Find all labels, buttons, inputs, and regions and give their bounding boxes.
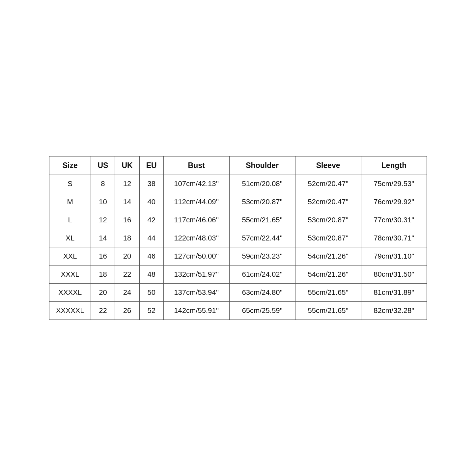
cell-uk: 20 <box>115 247 139 266</box>
cell-size: XXXL <box>49 266 91 284</box>
cell-shoulder: 59cm/23.23'' <box>229 247 295 266</box>
cell-eu: 38 <box>139 175 163 193</box>
cell-bust: 127cm/50.00'' <box>163 247 229 266</box>
cell-eu: 42 <box>139 211 163 229</box>
cell-length: 78cm/30.71'' <box>361 229 427 247</box>
cell-eu: 46 <box>139 247 163 266</box>
cell-shoulder: 61cm/24.02'' <box>229 266 295 284</box>
cell-us: 22 <box>91 302 115 320</box>
cell-us: 12 <box>91 211 115 229</box>
header-row: Size US UK EU Bust Shoulder Sleeve Lengt… <box>49 156 427 175</box>
table-row: M101440112cm/44.09''53cm/20.87''52cm/20.… <box>49 193 427 211</box>
cell-eu: 48 <box>139 266 163 284</box>
cell-uk: 16 <box>115 211 139 229</box>
header-shoulder: Shoulder <box>229 156 295 175</box>
cell-length: 81cm/31.89'' <box>361 284 427 302</box>
cell-us: 20 <box>91 284 115 302</box>
cell-size: S <box>49 175 91 193</box>
cell-us: 8 <box>91 175 115 193</box>
cell-size: XXXXXL <box>49 302 91 320</box>
cell-shoulder: 55cm/21.65'' <box>229 211 295 229</box>
cell-sleeve: 52cm/20.47'' <box>295 193 361 211</box>
cell-size: XXL <box>49 247 91 266</box>
cell-us: 16 <box>91 247 115 266</box>
cell-bust: 137cm/53.94'' <box>163 284 229 302</box>
cell-shoulder: 57cm/22.44'' <box>229 229 295 247</box>
size-chart-table: Size US UK EU Bust Shoulder Sleeve Lengt… <box>49 156 427 320</box>
cell-size: XL <box>49 229 91 247</box>
table-row: S81238107cm/42.13''51cm/20.08''52cm/20.4… <box>49 175 427 193</box>
cell-sleeve: 54cm/21.26'' <box>295 247 361 266</box>
cell-shoulder: 65cm/25.59'' <box>229 302 295 320</box>
table-row: XXXXXL222652142cm/55.91''65cm/25.59''55c… <box>49 302 427 320</box>
cell-eu: 52 <box>139 302 163 320</box>
cell-us: 14 <box>91 229 115 247</box>
cell-length: 75cm/29.53'' <box>361 175 427 193</box>
table-row: XXXXL202450137cm/53.94''63cm/24.80''55cm… <box>49 284 427 302</box>
header-us: US <box>91 156 115 175</box>
cell-length: 80cm/31.50'' <box>361 266 427 284</box>
cell-sleeve: 54cm/21.26'' <box>295 266 361 284</box>
cell-uk: 18 <box>115 229 139 247</box>
table-row: XXXL182248132cm/51.97''61cm/24.02''54cm/… <box>49 266 427 284</box>
cell-bust: 132cm/51.97'' <box>163 266 229 284</box>
cell-sleeve: 52cm/20.47'' <box>295 175 361 193</box>
cell-sleeve: 53cm/20.87'' <box>295 211 361 229</box>
header-length: Length <box>361 156 427 175</box>
cell-us: 10 <box>91 193 115 211</box>
cell-uk: 22 <box>115 266 139 284</box>
table-row: XL141844122cm/48.03''57cm/22.44''53cm/20… <box>49 229 427 247</box>
header-uk: UK <box>115 156 139 175</box>
cell-bust: 117cm/46.06'' <box>163 211 229 229</box>
cell-sleeve: 55cm/21.65'' <box>295 284 361 302</box>
cell-shoulder: 63cm/24.80'' <box>229 284 295 302</box>
cell-uk: 24 <box>115 284 139 302</box>
cell-size: XXXXL <box>49 284 91 302</box>
cell-size: M <box>49 193 91 211</box>
cell-sleeve: 53cm/20.87'' <box>295 229 361 247</box>
cell-length: 76cm/29.92'' <box>361 193 427 211</box>
header-eu: EU <box>139 156 163 175</box>
cell-uk: 12 <box>115 175 139 193</box>
cell-shoulder: 51cm/20.08'' <box>229 175 295 193</box>
header-size: Size <box>49 156 91 175</box>
cell-sleeve: 55cm/21.65'' <box>295 302 361 320</box>
header-sleeve: Sleeve <box>295 156 361 175</box>
cell-size: L <box>49 211 91 229</box>
cell-uk: 14 <box>115 193 139 211</box>
cell-bust: 122cm/48.03'' <box>163 229 229 247</box>
cell-length: 79cm/31.10'' <box>361 247 427 266</box>
cell-length: 82cm/32.28'' <box>361 302 427 320</box>
cell-us: 18 <box>91 266 115 284</box>
cell-eu: 44 <box>139 229 163 247</box>
cell-bust: 142cm/55.91'' <box>163 302 229 320</box>
cell-eu: 50 <box>139 284 163 302</box>
page-container: Size US UK EU Bust Shoulder Sleeve Lengt… <box>0 0 476 476</box>
cell-bust: 112cm/44.09'' <box>163 193 229 211</box>
cell-eu: 40 <box>139 193 163 211</box>
cell-uk: 26 <box>115 302 139 320</box>
header-bust: Bust <box>163 156 229 175</box>
cell-shoulder: 53cm/20.87'' <box>229 193 295 211</box>
table-row: L121642117cm/46.06''55cm/21.65''53cm/20.… <box>49 211 427 229</box>
table-wrapper: Size US UK EU Bust Shoulder Sleeve Lengt… <box>42 149 434 327</box>
cell-length: 77cm/30.31'' <box>361 211 427 229</box>
cell-bust: 107cm/42.13'' <box>163 175 229 193</box>
table-row: XXL162046127cm/50.00''59cm/23.23''54cm/2… <box>49 247 427 266</box>
